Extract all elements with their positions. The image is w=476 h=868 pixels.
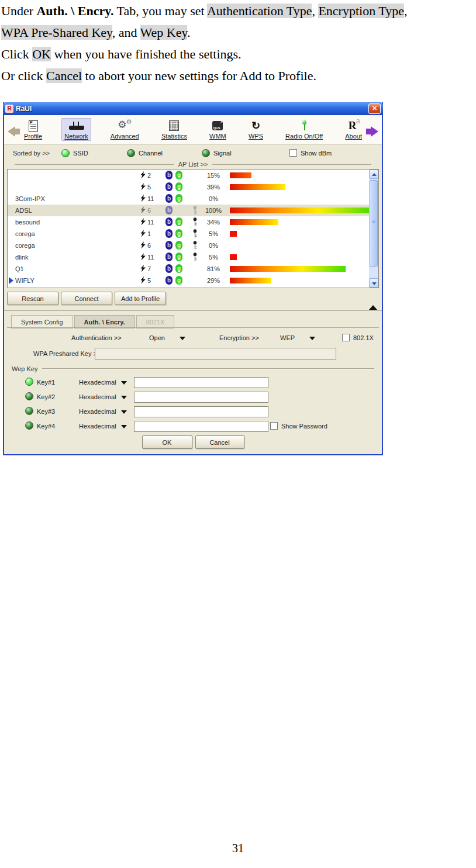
tab-system-config[interactable]: System Config	[11, 315, 73, 328]
ap-list-row[interactable]: WIFLY5bg29%	[8, 275, 369, 286]
ap-channel: 6	[140, 206, 151, 214]
ap-signal-percent: 34%	[202, 219, 225, 226]
ap-list-row[interactable]: 3Com-IPX11bg0%	[8, 193, 369, 205]
mode-b-badge-icon: b	[165, 194, 173, 203]
toolbar-item-label: Network	[64, 133, 88, 140]
toolbar-item-label: Radio On/Off	[285, 133, 323, 140]
ap-list-row[interactable]: corega6bg0%	[8, 240, 369, 251]
toolbar-item-about[interactable]: About	[342, 118, 365, 141]
ap-list-row[interactable]: 5bg39%	[8, 181, 369, 193]
button-connect[interactable]: Connect	[61, 292, 112, 305]
button-rescan[interactable]: Rescan	[7, 292, 58, 305]
tab-auth-encry-[interactable]: Auth. \ Encry.	[74, 315, 135, 328]
mode-b-badge-icon: b	[165, 206, 173, 215]
mode-g-badge-icon: g	[175, 264, 182, 273]
key-value-input[interactable]	[134, 421, 268, 432]
ap-list-row[interactable]: ADSL6b100%	[8, 205, 369, 216]
chevron-down-icon[interactable]	[121, 410, 127, 414]
scroll-up-button[interactable]	[369, 170, 378, 179]
key-radio-icon[interactable]	[25, 392, 33, 400]
ap-signal-percent: 39%	[202, 184, 225, 191]
scroll-down-button[interactable]	[369, 278, 378, 288]
ap-list-row[interactable]: Q17bg81%	[8, 263, 369, 275]
sort-option-signal[interactable]: Signal	[202, 149, 232, 157]
about-icon	[347, 120, 360, 132]
document-line: Click OK when you have finished the sett…	[1, 43, 476, 65]
chevron-down-icon[interactable]	[180, 337, 185, 340]
ap-signal-percent: 5%	[202, 230, 225, 237]
mode-b-badge-icon: b	[165, 171, 173, 179]
show-dbm-checkbox[interactable]: Show dBm	[289, 149, 332, 157]
toolbar-item-radio[interactable]: Radio On/Off	[282, 118, 326, 141]
sort-option-channel[interactable]: Channel	[127, 149, 163, 157]
radio-icon	[61, 149, 70, 157]
ap-list-row[interactable]: 2bg15%	[8, 170, 369, 181]
window-titlebar[interactable]: R RaUI ✕	[3, 102, 383, 115]
button-add-to-profile[interactable]: Add to Profile	[115, 292, 166, 305]
ap-ssid: Q1	[15, 265, 24, 272]
window-body: Sorted by >> SSIDChannelSignal Show dBm …	[4, 144, 382, 452]
ap-channel: 7	[140, 265, 151, 272]
key-value-input[interactable]	[134, 392, 268, 403]
back-arrow-icon[interactable]	[8, 126, 15, 137]
forward-arrow-icon[interactable]	[371, 126, 378, 137]
key-value-input[interactable]	[134, 377, 268, 388]
chevron-down-icon[interactable]	[309, 337, 315, 340]
show-password-checkbox[interactable]: Show Password	[270, 422, 327, 430]
key-format-select[interactable]: Hexadecimal	[79, 393, 116, 400]
key-radio-icon[interactable]	[25, 407, 33, 415]
document-text: Under Auth. \ Encry. Tab, you may set Au…	[1, 0, 476, 87]
chevron-down-icon[interactable]	[121, 381, 127, 385]
ap-rows: 2bg15%5bg39%3Com-IPX11bg0%ADSL6b100%beso…	[8, 170, 369, 288]
text-segment: Encryption Type	[318, 4, 404, 18]
text-segment: Cancel	[46, 68, 82, 83]
key-format-select[interactable]: Hexadecimal	[79, 423, 116, 430]
button-ok[interactable]: OK	[142, 435, 192, 449]
toolbar-item-advanced[interactable]: Advanced	[108, 118, 142, 141]
ap-list-row[interactable]: dlink11bg5%	[8, 251, 369, 263]
ap-signal-percent: 0%	[202, 195, 225, 202]
document-line: WPA Pre-Shared Key, and Wep Key.	[1, 22, 476, 43]
toolbar-item-network[interactable]: Network	[61, 118, 91, 141]
sort-bar: Sorted by >> SSIDChannelSignal Show dBm	[4, 148, 382, 160]
encryption-key-icon	[192, 206, 198, 216]
ap-channel-number: 6	[147, 242, 151, 249]
dot1x-checkbox[interactable]: 802.1X	[342, 334, 374, 341]
toolbar-item-statistics[interactable]: Statistics	[158, 118, 190, 141]
vertical-scrollbar[interactable]	[369, 170, 378, 288]
key-format-select[interactable]: Hexadecimal	[79, 379, 116, 386]
toolbar-item-wmm[interactable]: WMM	[206, 118, 229, 141]
text-segment: WPA Pre-Shared Key	[1, 25, 112, 40]
toolbar-items: ProfileNetworkAdvancedStatisticsWMMWPSRa…	[21, 118, 365, 141]
ap-list-row[interactable]: corega1bg5%	[8, 228, 369, 240]
key-format-select[interactable]: Hexadecimal	[79, 408, 116, 415]
authentication-select[interactable]: Open	[149, 334, 165, 341]
ap-signal-percent: 81%	[202, 265, 225, 272]
chevron-down-icon[interactable]	[121, 425, 127, 428]
wep-key-row: Key#4HexadecimalShow Password	[4, 421, 382, 434]
close-button[interactable]: ✕	[368, 103, 381, 114]
text-segment: Under	[1, 4, 36, 18]
ap-channel: 5	[140, 276, 151, 284]
encryption-select[interactable]: WEP	[280, 334, 295, 341]
key-radio-icon[interactable]	[25, 378, 33, 386]
ap-ssid: corega	[15, 242, 35, 249]
ap-channel-number: 11	[147, 219, 154, 226]
mode-b-badge-icon: b	[165, 241, 173, 250]
collapse-triangle-icon[interactable]	[369, 305, 377, 310]
chevron-down-icon[interactable]	[121, 396, 127, 399]
ap-channel-number: 1	[147, 230, 151, 237]
toolbar-item-profile[interactable]: Profile	[21, 118, 45, 141]
ap-channel-number: 11	[147, 195, 154, 202]
tab-8021x[interactable]: 8021X	[136, 315, 175, 328]
sort-option-ssid[interactable]: SSID	[61, 149, 88, 157]
scroll-thumb[interactable]	[370, 180, 378, 267]
key-radio-icon[interactable]	[25, 421, 33, 430]
wpa-preshared-input[interactable]	[95, 348, 336, 359]
text-segment: , and	[112, 25, 140, 40]
button-cancel[interactable]: Cancel	[195, 435, 244, 449]
ap-list-row[interactable]: besound11bg34%	[8, 216, 369, 228]
toolbar-item-wps[interactable]: WPS	[246, 118, 266, 141]
raui-window: R RaUI ✕ ProfileNetworkAdvancedStatistic…	[3, 102, 383, 455]
key-value-input[interactable]	[134, 406, 268, 417]
